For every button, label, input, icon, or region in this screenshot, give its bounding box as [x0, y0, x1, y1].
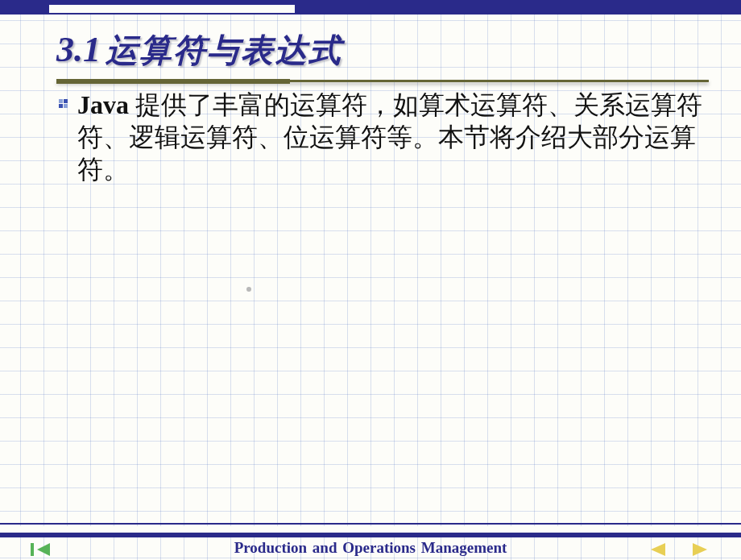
- heading-rule: [56, 80, 709, 82]
- heading-rule-thick: [56, 79, 290, 84]
- next-slide-button[interactable]: [686, 541, 714, 558]
- svg-marker-2: [651, 543, 665, 556]
- first-slide-button[interactable]: [27, 541, 55, 558]
- body-java-word: Java: [77, 90, 129, 119]
- center-marker-icon: [246, 287, 251, 292]
- heading-number: 3.1: [56, 30, 101, 69]
- body-text: Java 提供了丰富的运算符，如算术运算符、关系运算符符、逻辑运算符、位运算符等…: [77, 89, 709, 185]
- svg-marker-1: [37, 543, 50, 556]
- slide-content: 3.1运算符与表达式 Java 提供了丰富的运算符，如算术运算符、关系运算符符、…: [56, 26, 709, 185]
- body-rest-text: 提供了丰富的运算符，如算术运算符、关系运算符符、逻辑运算符、位运算符等。本节将介…: [77, 90, 702, 184]
- top-border-fill-left: [0, 5, 49, 13]
- bottom-border-track: [0, 526, 741, 533]
- top-border-fill-right: [295, 5, 741, 13]
- previous-slide-button[interactable]: [644, 541, 672, 558]
- triangle-right-icon: [686, 541, 714, 558]
- footer-text: Production and Operations Management: [0, 539, 741, 557]
- nav-right-group: [644, 541, 714, 558]
- slide-heading: 3.1运算符与表达式: [56, 26, 709, 73]
- svg-marker-3: [693, 543, 707, 556]
- bottom-border-thin: [0, 523, 741, 525]
- body-row: Java 提供了丰富的运算符，如算术运算符、关系运算符符、逻辑运算符、位运算符等…: [56, 89, 709, 185]
- diamond-bullet-icon: [56, 97, 71, 111]
- triangle-left-icon: [644, 541, 672, 558]
- nav-left-group: [27, 541, 55, 558]
- heading-text: 运算符与表达式: [106, 32, 342, 68]
- svg-rect-0: [31, 543, 34, 556]
- skip-back-icon: [27, 541, 55, 558]
- bottom-border-thick: [0, 533, 741, 537]
